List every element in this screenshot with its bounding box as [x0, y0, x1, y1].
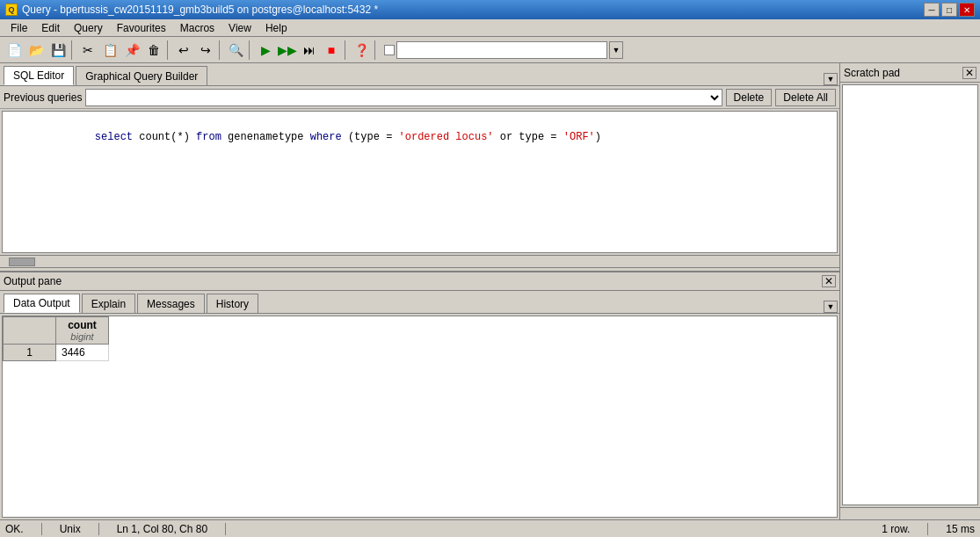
toolbar: 📄 📂 💾 ✂ 📋 📌 🗑 ↩ ↪ 🔍 ▶ ▶▶ ⏭ ■ ❓ bpertussi…	[0, 37, 980, 63]
status-ok: OK.	[5, 523, 24, 535]
query-tab-bar: SQL Editor Graphical Query Builder ▼	[0, 63, 839, 86]
connection-input[interactable]: bpertussis_cw20151119_gmb3build5 on post…	[396, 41, 607, 59]
col-header-count: count bigint	[56, 317, 109, 345]
row-number: 1	[4, 345, 56, 361]
col-header-type: bigint	[62, 331, 103, 342]
run-script-button[interactable]: ▶▶	[277, 40, 298, 61]
main-area: SQL Editor Graphical Query Builder ▼ Pre…	[0, 63, 980, 519]
window-title: Query - bpertussis_cw20151119_gmb3build5…	[22, 4, 378, 16]
toolbar-sep-2	[167, 40, 171, 60]
new-button[interactable]: 📄	[4, 40, 25, 61]
tab-history[interactable]: History	[207, 294, 258, 313]
undo-button[interactable]: ↩	[173, 40, 194, 61]
left-panel: SQL Editor Graphical Query Builder ▼ Pre…	[0, 63, 839, 519]
redo-button[interactable]: ↪	[195, 40, 216, 61]
run-step-button[interactable]: ⏭	[299, 40, 320, 61]
menu-help[interactable]: Help	[258, 20, 294, 36]
status-encoding: Unix	[60, 523, 81, 535]
row-num-header	[4, 317, 56, 345]
connection-checkbox[interactable]	[384, 45, 395, 55]
menu-bar: File Edit Query Favourites Macros View H…	[0, 19, 980, 37]
query-panel: SQL Editor Graphical Query Builder ▼ Pre…	[0, 63, 839, 267]
prev-queries-label: Previous queries	[4, 91, 82, 104]
status-time: 15 ms	[946, 523, 975, 535]
toolbar-sep-3	[219, 40, 222, 60]
col-header-name: count	[62, 319, 103, 331]
close-button[interactable]: ✕	[959, 3, 975, 17]
maximize-button[interactable]: □	[941, 3, 957, 17]
tab-messages[interactable]: Messages	[137, 294, 205, 313]
scratch-pad: Scratch pad ✕	[839, 63, 980, 519]
connection-dropdown-arrow[interactable]: ▼	[609, 41, 623, 59]
data-table-container: count bigint 1 3446	[2, 316, 838, 518]
stop-button[interactable]: ■	[321, 40, 342, 61]
output-tab-right: ▼	[824, 301, 839, 313]
clear-button[interactable]: 🗑	[143, 40, 164, 61]
find-button[interactable]: 🔍	[225, 40, 246, 61]
data-table: count bigint 1 3446	[3, 316, 109, 361]
status-sep-1	[41, 523, 42, 535]
copy-button[interactable]: 📋	[99, 40, 120, 61]
menu-file[interactable]: File	[4, 20, 34, 36]
app-icon: Q	[5, 4, 18, 16]
title-bar: Q Query - bpertussis_cw20151119_gmb3buil…	[0, 0, 980, 19]
prev-queries-select[interactable]	[85, 89, 722, 106]
window-controls: ─ □ ✕	[924, 3, 975, 17]
scratch-pad-close-button[interactable]: ✕	[962, 67, 976, 79]
scratch-pad-text-area[interactable]	[842, 84, 978, 505]
status-sep-3	[225, 523, 226, 535]
tab-data-output[interactable]: Data Output	[4, 294, 80, 313]
table-row: 1 3446	[4, 345, 109, 361]
sql-line-1: select count(*) from genenametype where …	[6, 115, 833, 159]
toolbar-sep-6	[374, 40, 378, 60]
menu-view[interactable]: View	[221, 20, 258, 36]
toolbar-sep-1	[71, 40, 75, 60]
h-scrollbar[interactable]	[0, 255, 839, 267]
status-bar: OK. Unix Ln 1, Col 80, Ch 80 1 row. 15 m…	[0, 519, 980, 537]
menu-query[interactable]: Query	[67, 20, 110, 36]
tab-graphical-query-builder[interactable]: Graphical Query Builder	[76, 66, 207, 85]
prev-queries-bar: Previous queries Delete Delete All	[0, 86, 839, 109]
status-sep-2	[98, 523, 99, 535]
scratch-pad-title: Scratch pad	[844, 67, 962, 79]
output-pane: Output pane ✕ Data Output Explain Messag…	[0, 272, 839, 519]
cell-count: 3446	[56, 345, 109, 361]
editor-container: select count(*) from genenametype where …	[0, 109, 839, 267]
minimize-button[interactable]: ─	[924, 3, 940, 17]
delete-all-button[interactable]: Delete All	[775, 89, 836, 106]
menu-favourites[interactable]: Favourites	[110, 20, 173, 36]
output-pane-close-button[interactable]: ✕	[822, 275, 836, 287]
tab-explain[interactable]: Explain	[82, 294, 135, 313]
open-button[interactable]: 📂	[25, 40, 47, 61]
h-scrollbar-thumb[interactable]	[9, 258, 35, 266]
query-panel-dropdown[interactable]: ▼	[824, 73, 838, 85]
scratch-pad-header: Scratch pad ✕	[840, 63, 980, 83]
tab-sql-editor[interactable]: SQL Editor	[4, 66, 74, 85]
toolbar-sep-4	[249, 40, 252, 60]
status-sep-4	[927, 523, 928, 535]
help-button[interactable]: ❓	[351, 40, 372, 61]
output-tab-bar: Data Output Explain Messages History ▼	[0, 291, 839, 314]
menu-edit[interactable]: Edit	[34, 20, 67, 36]
tab-bar-right: ▼	[824, 73, 839, 85]
run-button[interactable]: ▶	[255, 40, 276, 61]
save-button[interactable]: 💾	[47, 40, 69, 61]
status-rows: 1 row.	[882, 523, 910, 535]
scratch-pad-h-scrollbar[interactable]	[840, 507, 980, 519]
sql-editor[interactable]: select count(*) from genenametype where …	[2, 111, 838, 253]
connection-selector: bpertussis_cw20151119_gmb3build5 on post…	[384, 41, 623, 59]
output-tab-dropdown[interactable]: ▼	[824, 301, 838, 313]
status-position: Ln 1, Col 80, Ch 80	[117, 523, 207, 535]
paste-button[interactable]: 📌	[121, 40, 142, 61]
toolbar-sep-5	[345, 40, 348, 60]
menu-macros[interactable]: Macros	[173, 20, 221, 36]
delete-button[interactable]: Delete	[726, 89, 773, 106]
output-pane-title: Output pane	[4, 275, 822, 287]
cut-button[interactable]: ✂	[77, 40, 98, 61]
output-pane-header: Output pane ✕	[0, 272, 839, 291]
